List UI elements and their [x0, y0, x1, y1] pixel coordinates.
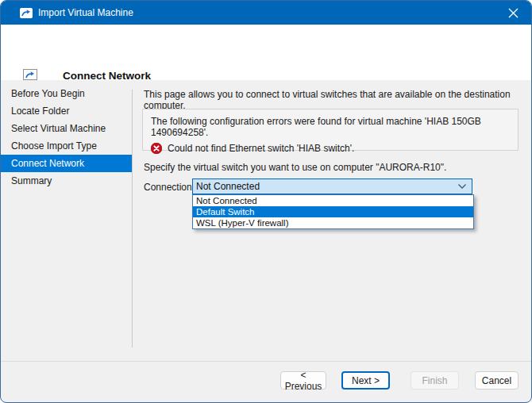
error-message: Could not find Ethernet switch 'HIAB swi… [168, 143, 354, 154]
sidebar-item-select-virtual-machine: Select Virtual Machine [1, 120, 132, 137]
intro-text: This page allows you to connect to virtu… [144, 89, 519, 111]
dropdown-option-not-connected[interactable]: Not Connected [193, 195, 473, 206]
sidebar-divider [132, 90, 133, 347]
titlebar: Import Virtual Machine [1, 1, 531, 25]
combobox-value: Not Connected [193, 181, 457, 192]
error-circle-x-icon [151, 143, 162, 154]
sidebar-item-choose-import-type: Choose Import Type [1, 137, 132, 155]
import-vm-dialog: Import Virtual Machine Connect Network B… [0, 0, 532, 403]
chevron-down-icon [457, 183, 472, 190]
cancel-button[interactable]: Cancel [475, 371, 519, 390]
error-row: Could not find Ethernet switch 'HIAB swi… [151, 143, 510, 154]
connection-combobox[interactable]: Not Connected [192, 178, 472, 194]
error-heading: The following configuration errors were … [151, 116, 510, 138]
finish-button[interactable]: Finish [411, 371, 459, 390]
window-title: Import Virtual Machine [38, 7, 133, 18]
import-arrow-icon [20, 8, 33, 18]
next-button[interactable]: Next > [341, 371, 390, 390]
connection-label: Connection: [144, 182, 195, 193]
dropdown-option-default-switch[interactable]: Default Switch [193, 206, 473, 217]
sidebar-item-locate-folder: Locate Folder [1, 102, 132, 120]
page-title: Connect Network [63, 70, 151, 82]
wizard-header: Connect Network [1, 25, 531, 80]
sidebar-item-before-you-begin: Before You Begin [1, 85, 132, 102]
sidebar-item-summary: Summary [1, 172, 132, 190]
import-arrow-icon [23, 69, 37, 80]
previous-button[interactable]: < Previous [280, 371, 326, 390]
connection-dropdown-list: Not Connected Default Switch WSL (Hyper-… [192, 194, 474, 229]
specify-text: Specify the virtual switch you want to u… [144, 162, 446, 173]
wizard-steps: Before You Begin Locate Folder Select Vi… [1, 85, 132, 190]
config-error-box: The following configuration errors were … [142, 109, 519, 151]
close-icon [508, 8, 519, 18]
dropdown-option-wsl-hyper-v-firewall[interactable]: WSL (Hyper-V firewall) [193, 217, 473, 228]
footer-divider [1, 361, 531, 362]
sidebar-item-connect-network: Connect Network [1, 155, 132, 172]
close-button[interactable] [495, 1, 531, 25]
